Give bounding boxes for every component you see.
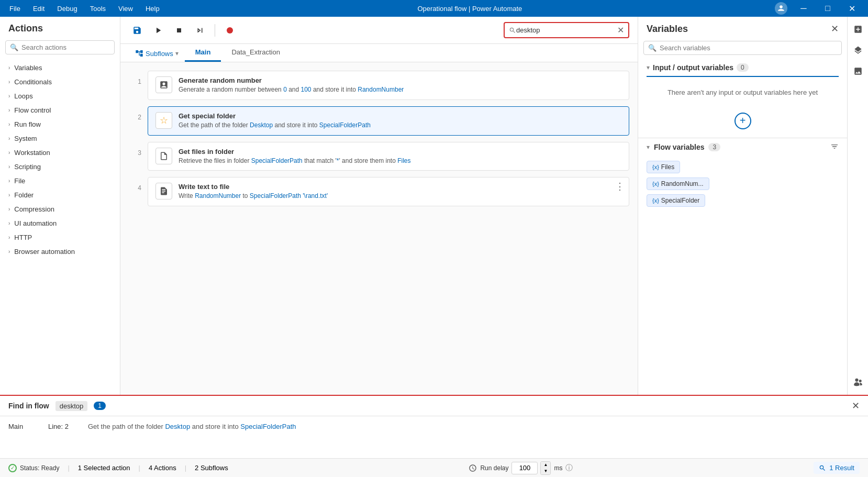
var-chip-randomnum-name: RandomNum...	[661, 180, 704, 187]
subflows-count: 2 Subflows	[195, 464, 228, 472]
status-ready: ✓ Status: Ready	[8, 464, 59, 472]
chevron-variables: ›	[8, 65, 10, 71]
step-card-4[interactable]: Write text to file Write RandomNumber to…	[148, 177, 629, 206]
maximize-button[interactable]: □	[816, 0, 840, 17]
var-chip-specialfolder[interactable]: {x} SpecialFolder	[647, 194, 705, 207]
record-button[interactable]	[221, 22, 238, 39]
var-chip-specialfolder-name: SpecialFolder	[661, 197, 699, 204]
cursor-button[interactable]	[850, 374, 866, 391]
step-card-2[interactable]: ☆ Get special folder Get the path of the…	[148, 106, 629, 136]
step-3-desc: Retrieve the files in folder SpecialFold…	[179, 157, 621, 165]
run-delay-spinner: ▲ ▼	[540, 461, 551, 475]
find-result-link1[interactable]: Desktop	[165, 423, 190, 430]
run-delay-up[interactable]: ▲	[541, 462, 550, 468]
close-button[interactable]: ✕	[840, 0, 864, 17]
flow-search-input[interactable]	[516, 26, 617, 34]
category-browser-automation[interactable]: › Browser automation	[0, 245, 120, 259]
step-1-title: Generate random number	[179, 76, 621, 84]
run-delay-input[interactable]	[511, 462, 538, 474]
flow-vars-header[interactable]: ▾ Flow variables 3	[638, 138, 847, 157]
category-flow-control[interactable]: › Flow control	[0, 103, 120, 117]
flow-vars-chevron: ▾	[647, 143, 650, 151]
toolbar: ✕	[120, 17, 638, 44]
flow-search-clear-button[interactable]: ✕	[617, 25, 624, 35]
status-sep-1: |	[68, 464, 69, 472]
step-number-2: 2	[129, 106, 141, 121]
minimize-button[interactable]: ─	[792, 0, 816, 17]
save-button[interactable]	[129, 22, 146, 39]
run-button[interactable]	[150, 22, 166, 39]
find-result-link2[interactable]: SpecialFolderPath	[240, 423, 296, 430]
io-vars-section: ▾ Input / output variables 0 There aren'…	[638, 59, 847, 138]
io-section-header[interactable]: ▾ Input / output variables 0	[647, 59, 839, 76]
flow-panel: ✕ Subflows ▾ Main Data_Extraction 1	[120, 17, 638, 395]
debug-menu[interactable]: Debug	[52, 3, 82, 15]
filter-icon[interactable]	[830, 142, 839, 152]
category-http[interactable]: › HTTP	[0, 230, 120, 245]
image-button[interactable]	[850, 63, 866, 80]
file-menu[interactable]: File	[4, 3, 26, 15]
variables-title: Variables	[647, 24, 688, 35]
variables-panel-toggle[interactable]	[850, 21, 866, 38]
help-menu[interactable]: Help	[140, 3, 165, 15]
category-compression[interactable]: › Compression	[0, 202, 120, 216]
result-count-label: 1 Result	[829, 464, 854, 472]
menu-bar: File Edit Debug Tools View Help	[4, 3, 165, 15]
right-icon-bar	[847, 17, 868, 395]
find-result-row-1: Main Line: 2 Get the path of the folder …	[8, 420, 860, 432]
category-system[interactable]: › System	[0, 131, 120, 146]
tabs-bar: Subflows ▾ Main Data_Extraction	[120, 44, 638, 62]
edit-menu[interactable]: Edit	[28, 3, 50, 15]
var-chip-randomnum[interactable]: {x} RandomNum...	[647, 178, 709, 190]
variables-search-input[interactable]	[660, 44, 837, 52]
flow-search-bar: ✕	[504, 22, 629, 38]
var-chip-files[interactable]: {x} Files	[647, 161, 680, 173]
category-run-flow[interactable]: › Run flow	[0, 117, 120, 131]
tab-main[interactable]: Main	[185, 44, 221, 62]
tab-data-extraction[interactable]: Data_Extraction	[221, 44, 291, 62]
layers-button[interactable]	[850, 42, 866, 59]
step-1-var-0: 0	[283, 86, 287, 93]
step-button[interactable]	[192, 22, 208, 39]
variables-close-button[interactable]: ✕	[831, 23, 839, 35]
subflows-tab[interactable]: Subflows ▾	[129, 45, 185, 62]
category-conditionals-label: Conditionals	[14, 78, 52, 86]
category-folder[interactable]: › Folder	[0, 188, 120, 202]
result-link[interactable]: 1 Result	[814, 462, 860, 474]
step-icon-1	[155, 76, 172, 93]
subflows-chevron: ▾	[175, 50, 179, 57]
stop-button[interactable]	[171, 22, 187, 39]
chevron-loops: ›	[8, 93, 10, 99]
io-vars-title: Input / output variables	[653, 63, 733, 72]
category-scripting[interactable]: › Scripting	[0, 160, 120, 174]
category-loops[interactable]: › Loops	[0, 89, 120, 103]
chevron-file: ›	[8, 178, 10, 184]
view-menu[interactable]: View	[113, 3, 138, 15]
status-text: Status: Ready	[20, 464, 59, 472]
step-card-1[interactable]: Generate random number Generate a random…	[148, 71, 629, 100]
svg-point-1	[227, 27, 233, 34]
flow-vars-count: 3	[708, 143, 720, 151]
category-ui-automation-label: UI automation	[14, 219, 57, 227]
chevron-folder: ›	[8, 192, 10, 198]
add-variable-button[interactable]: +	[735, 113, 751, 129]
run-delay-ms: ms	[554, 464, 562, 472]
category-conditionals[interactable]: › Conditionals	[0, 75, 120, 89]
io-vars-empty-text: There aren't any input or output variabl…	[647, 77, 839, 108]
category-ui-automation[interactable]: › UI automation	[0, 216, 120, 230]
tools-menu[interactable]: Tools	[85, 3, 111, 15]
step-4-more-button[interactable]: ⋮	[615, 182, 625, 191]
run-delay-label: Run delay	[480, 464, 508, 472]
run-delay-down[interactable]: ▼	[541, 468, 550, 474]
actions-header: Actions	[0, 17, 120, 38]
category-variables[interactable]: › Variables	[0, 61, 120, 75]
find-panel: Find in flow desktop 1 ✕ Main Line: 2 Ge…	[0, 395, 868, 458]
category-file[interactable]: › File	[0, 174, 120, 188]
chevron-scripting: ›	[8, 164, 10, 170]
actions-count: 4 Actions	[149, 464, 176, 472]
find-close-button[interactable]: ✕	[852, 400, 860, 412]
status-sep-2: |	[139, 464, 140, 472]
step-card-3[interactable]: Get files in folder Retrieve the files i…	[148, 142, 629, 171]
category-workstation[interactable]: › Workstation	[0, 146, 120, 160]
actions-search-input[interactable]	[21, 43, 110, 51]
